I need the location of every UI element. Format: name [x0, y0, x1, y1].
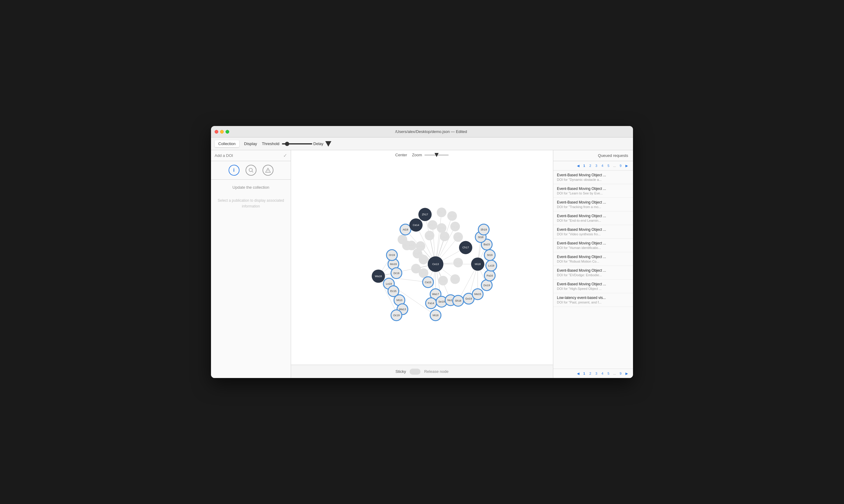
node-He17[interactable]	[437, 208, 447, 217]
tab-display[interactable]: Display	[240, 140, 261, 147]
tab-collection[interactable]: Collection	[214, 140, 239, 147]
node-Or19[interactable]	[386, 250, 397, 260]
prev-page-bottom-button[interactable]: ◀	[575, 371, 581, 376]
node-Wa19[interactable]	[425, 231, 434, 240]
next-page-button[interactable]: ▶	[624, 163, 630, 168]
node-Ce15[interactable]	[423, 277, 433, 288]
queue-item[interactable]: Event-Based Moving Object ... DOI for "H…	[553, 280, 633, 293]
minimize-button[interactable]	[220, 130, 224, 133]
svg-line-1	[252, 172, 253, 173]
node-Lo19b[interactable]	[486, 260, 497, 271]
graph-area: Center Zoom	[291, 150, 553, 378]
node-Ya19[interactable]	[450, 222, 460, 231]
queue-item[interactable]: Event-Based Moving Object ... DOI for "E…	[553, 211, 633, 225]
node-Ba16[interactable]	[437, 223, 447, 233]
threshold-slider[interactable]	[282, 143, 312, 144]
info-icon-button[interactable]: i	[228, 165, 240, 176]
sticky-label: Sticky	[396, 369, 406, 374]
node-Le18[interactable]	[440, 232, 450, 241]
node-Me15[interactable]	[472, 289, 483, 300]
queue-item-title: Event-Based Moving Object ...	[557, 214, 630, 218]
page-1-button[interactable]: 1	[582, 163, 587, 168]
doi-input-row: ✓	[211, 150, 291, 161]
queue-item-title: Event-Based Moving Object ...	[557, 186, 630, 191]
node-Mi15[interactable]	[450, 274, 460, 284]
queue-item[interactable]: Low-latency event-based vis... DOI for "…	[553, 293, 633, 307]
page-4-button[interactable]: 4	[600, 163, 605, 168]
page-3-button[interactable]: 3	[593, 163, 599, 168]
node-Mi18[interactable]	[471, 257, 484, 271]
queue-list: Event-Based Moving Object ... DOI for "D…	[553, 170, 633, 368]
queue-item-title: Event-Based Moving Object ...	[557, 268, 630, 273]
queue-item[interactable]: Event-Based Moving Object ... DOI for "D…	[553, 170, 633, 184]
doi-confirm-icon[interactable]: ✓	[283, 152, 287, 158]
queue-item[interactable]: Event-Based Moving Object ... DOI for "T…	[553, 198, 633, 211]
node-Sh19[interactable]	[478, 224, 489, 235]
close-button[interactable]	[214, 130, 218, 133]
app-window: /Users/alex/Desktop/demo.json — Edited C…	[211, 126, 633, 378]
queue-item[interactable]: Event-Based Moving Object ... DOI for "L…	[553, 184, 633, 198]
queue-item[interactable]: Event-Based Moving Object ... DOI for "E…	[553, 266, 633, 280]
node-Bi15[interactable]	[407, 241, 416, 251]
next-page-bottom-button[interactable]: ▶	[624, 371, 630, 376]
delay-label: Delay	[313, 141, 324, 146]
queue-item-doi: DOI for "Human identificatio...	[557, 246, 630, 250]
delay-section: Delay	[313, 141, 331, 147]
page-5-button[interactable]: 5	[606, 163, 611, 168]
sticky-toggle[interactable]	[410, 368, 420, 375]
node-Ya15[interactable]	[447, 211, 457, 221]
node-Oc19[interactable]	[391, 310, 402, 321]
delay-icon	[325, 141, 331, 147]
title-bar: /Users/alex/Desktop/demo.json — Edited	[211, 126, 633, 138]
node-Gi14[interactable]	[419, 255, 428, 265]
warning-icon-button[interactable]	[262, 165, 273, 176]
release-node-button[interactable]: Release node	[424, 369, 448, 374]
node-Gi16b[interactable]	[453, 258, 463, 267]
node-Do19[interactable]	[481, 280, 492, 291]
node-Ce14[interactable]	[409, 218, 423, 232]
traffic-lights	[214, 130, 229, 133]
queue-item[interactable]: Event-Based Moving Object ... DOI for "R…	[553, 252, 633, 266]
page-3-bottom-button[interactable]: 3	[593, 371, 599, 376]
node-Mg18[interactable]	[438, 276, 448, 286]
node-Fa14[interactable]	[426, 298, 436, 309]
sidebar: ✓ i Update the colle	[211, 150, 291, 378]
queue-item-title: Event-Based Moving Object ...	[557, 173, 630, 177]
node-Da10[interactable]	[428, 220, 437, 230]
node-Li15[interactable]	[453, 232, 463, 242]
node-Mi18b[interactable]	[430, 310, 441, 321]
queue-item-doi: DOI for "Learn to See by Eve...	[557, 192, 630, 195]
page-9-button[interactable]: 9	[618, 163, 623, 168]
queue-item[interactable]: Event-Based Moving Object ... DOI for "H…	[553, 239, 633, 252]
queue-item-doi: DOI for "High-Speed Object ...	[557, 287, 630, 290]
page-2-button[interactable]: 2	[587, 163, 593, 168]
node-Pa16[interactable]	[484, 270, 495, 281]
node-Wa18[interactable]	[372, 270, 385, 283]
search-icon	[248, 167, 254, 173]
pagination-bottom: ◀ 1 2 3 4 5 ... 9 ▶	[553, 368, 633, 378]
svg-point-0	[249, 168, 252, 172]
node-Ce13[interactable]	[428, 256, 444, 272]
queue-item-doi: DOI for "Video synthesis fro...	[557, 232, 630, 236]
threshold-thumb[interactable]	[285, 142, 289, 146]
node-St19[interactable]	[484, 250, 495, 260]
node-Sh18[interactable]	[453, 295, 464, 306]
queue-item-title: Low-latency event-based vis...	[557, 295, 630, 300]
node-At19[interactable]	[400, 224, 411, 235]
node-Dr19[interactable]	[391, 268, 402, 278]
page-5-bottom-button[interactable]: 5	[606, 371, 611, 376]
prev-page-button[interactable]: ◀	[575, 163, 581, 168]
search-icon-button[interactable]	[245, 165, 257, 176]
page-4-bottom-button[interactable]: 4	[600, 371, 605, 376]
node-Ch17[interactable]	[459, 241, 472, 254]
page-dots-bottom: ...	[612, 371, 617, 376]
maximize-button[interactable]	[226, 130, 229, 133]
page-9-bottom-button[interactable]: 9	[618, 371, 623, 376]
node-Zh17[interactable]	[418, 208, 432, 221]
doi-input[interactable]	[214, 153, 281, 158]
queue-item-doi: DOI for "Past, present, and f...	[557, 301, 630, 304]
page-1-bottom-button[interactable]: 1	[582, 371, 587, 376]
queue-item[interactable]: Event-Based Moving Object ... DOI for "V…	[553, 225, 633, 239]
page-2-bottom-button[interactable]: 2	[587, 371, 593, 376]
right-panel: Queued requests ◀ 1 2 3 4 5 ... 9 ▶ Even…	[553, 150, 633, 378]
